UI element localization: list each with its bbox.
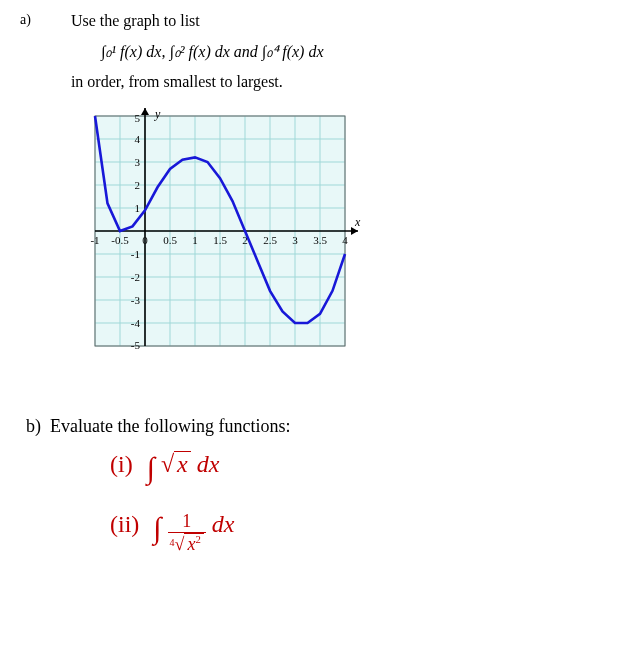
equation-ii: (ii) ∫ 1 4√x2 dx [110, 506, 598, 549]
svg-text:-5: -5 [131, 339, 141, 351]
integral-1: ∫₀¹ f(x) dx [101, 43, 161, 60]
integral-2: ∫₀² f(x) dx [169, 43, 229, 60]
part-a-followup: in order, from smallest to largest. [71, 73, 365, 91]
svg-text:1.5: 1.5 [213, 234, 227, 246]
y-axis-label: y [154, 107, 161, 121]
svg-text:2.5: 2.5 [263, 234, 277, 246]
svg-text:3: 3 [134, 156, 140, 168]
svg-text:-3: -3 [131, 294, 141, 306]
svg-text:0: 0 [142, 234, 148, 246]
function-graph: y x -1 -0.5 0 0.5 1 1.5 2 2.5 3 3.5 4 [75, 106, 365, 356]
x-axis-label: x [354, 215, 361, 229]
part-b-prompt: Evaluate the following functions: [50, 416, 290, 436]
svg-marker-27 [141, 108, 149, 115]
graph-container: y x -1 -0.5 0 0.5 1 1.5 2 2.5 3 3.5 4 [75, 106, 365, 356]
equation-i: (i) ∫ √x dx [110, 451, 598, 484]
eq-ii-label: (ii) [110, 511, 139, 537]
part-a-prompt: Use the graph to list [71, 12, 365, 30]
svg-text:-1: -1 [131, 248, 140, 260]
svg-text:4: 4 [342, 234, 348, 246]
integral-3: ∫₀⁴ f(x) dx [262, 43, 324, 60]
svg-text:-0.5: -0.5 [111, 234, 129, 246]
integral-icon: ∫ [147, 451, 155, 484]
svg-text:2: 2 [134, 179, 140, 191]
svg-text:4: 4 [134, 133, 140, 145]
integrals-line: ∫₀¹ f(x) dx, ∫₀² f(x) dx and ∫₀⁴ f(x) dx [101, 42, 365, 61]
svg-text:-1: -1 [90, 234, 99, 246]
svg-text:-2: -2 [131, 271, 140, 283]
part-a-marker: a) [20, 12, 31, 28]
part-b-marker: b) [26, 416, 41, 436]
svg-text:3: 3 [292, 234, 298, 246]
svg-text:0.5: 0.5 [163, 234, 177, 246]
svg-text:-4: -4 [131, 317, 141, 329]
svg-text:1: 1 [192, 234, 198, 246]
integral-icon: ∫ [153, 511, 161, 544]
svg-text:5: 5 [134, 112, 140, 124]
eq-i-label: (i) [110, 451, 133, 477]
svg-text:3.5: 3.5 [313, 234, 327, 246]
part-a-body: Use the graph to list ∫₀¹ f(x) dx, ∫₀² f… [71, 10, 365, 396]
svg-text:1: 1 [134, 202, 140, 214]
